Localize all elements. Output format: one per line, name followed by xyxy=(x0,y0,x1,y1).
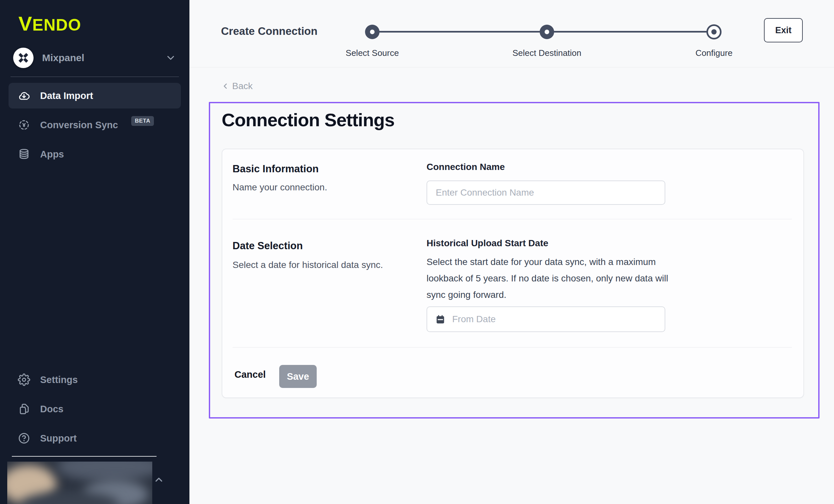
sidebar-item-label: Conversion Sync xyxy=(40,120,118,131)
date-selection-title: Date Selection xyxy=(233,240,303,252)
vendo-logo: VENDO xyxy=(18,12,81,35)
step-select-destination[interactable] xyxy=(540,25,554,39)
back-label: Back xyxy=(232,81,253,91)
database-icon xyxy=(18,148,30,160)
cancel-button[interactable]: Cancel xyxy=(233,369,268,380)
historical-upload-start-date-description: Select the start date for your data sync… xyxy=(426,254,670,303)
cloud-download-icon xyxy=(18,89,30,102)
sidebar-item-label: Support xyxy=(40,433,76,444)
chevron-left-icon xyxy=(221,82,229,90)
sidebar-item-support[interactable]: Support xyxy=(8,425,181,451)
sidebar-item-docs[interactable]: Docs xyxy=(8,396,181,422)
sidebar-nav: Data Import Conversion Sync BETA xyxy=(8,83,181,171)
connection-name-input[interactable] xyxy=(426,180,665,205)
calendar-icon xyxy=(435,314,446,325)
sidebar: VENDO Mixpanel Data Import xyxy=(0,0,190,504)
step-label-select-source: Select Source xyxy=(346,48,399,58)
sidebar-item-data-import[interactable]: Data Import xyxy=(8,83,181,109)
help-icon xyxy=(18,432,30,444)
mixpanel-icon xyxy=(13,48,34,68)
back-link[interactable]: Back xyxy=(221,81,253,91)
docs-icon xyxy=(18,403,30,415)
sidebar-item-label: Data Import xyxy=(40,90,93,101)
sidebar-divider xyxy=(10,76,179,77)
step-select-source[interactable] xyxy=(365,25,379,39)
historical-upload-start-date-label: Historical Upload Start Date xyxy=(426,238,548,248)
settings-card: Basic Information Name your connection. … xyxy=(222,149,804,398)
sidebar-item-label: Apps xyxy=(40,149,64,160)
blurred-text xyxy=(57,462,152,481)
chevron-up-icon[interactable] xyxy=(153,474,164,485)
workspace-selector[interactable]: Mixpanel xyxy=(13,47,176,69)
sidebar-footer-nav: Settings Docs Support xyxy=(8,367,181,455)
sidebar-item-conversion-sync[interactable]: Conversion Sync BETA xyxy=(8,112,181,138)
sidebar-item-label: Settings xyxy=(40,374,78,385)
connection-settings-panel: Connection Settings Basic Information Na… xyxy=(209,102,819,418)
exit-button[interactable]: Exit xyxy=(764,18,803,42)
date-selection-description: Select a date for historical data sync. xyxy=(233,260,383,270)
sidebar-item-label: Docs xyxy=(40,404,64,415)
sidebar-item-settings[interactable]: Settings xyxy=(8,367,181,393)
gear-icon xyxy=(18,373,30,386)
step-configure[interactable] xyxy=(706,24,722,40)
workspace-name: Mixpanel xyxy=(42,52,156,63)
panel-title: Connection Settings xyxy=(222,109,394,131)
connection-name-label: Connection Name xyxy=(426,162,505,172)
beta-badge: BETA xyxy=(131,116,154,126)
save-button[interactable]: Save xyxy=(279,365,317,388)
section-divider xyxy=(233,347,792,348)
step-label-configure: Configure xyxy=(696,48,733,58)
sync-icon xyxy=(18,119,30,131)
chevron-down-icon xyxy=(165,52,176,63)
from-date-input[interactable] xyxy=(452,314,657,325)
basic-information-description: Name your connection. xyxy=(233,182,327,193)
basic-information-title: Basic Information xyxy=(233,163,319,175)
top-bar: Create Connection Select Source Select D… xyxy=(190,0,834,67)
page-title: Create Connection xyxy=(221,25,317,38)
section-divider xyxy=(233,219,792,219)
sidebar-item-apps[interactable]: Apps xyxy=(8,141,181,167)
from-date-field[interactable] xyxy=(426,306,665,332)
user-profile-blurred[interactable] xyxy=(7,462,152,504)
sidebar-divider xyxy=(12,456,156,457)
step-label-select-destination: Select Destination xyxy=(512,48,581,58)
